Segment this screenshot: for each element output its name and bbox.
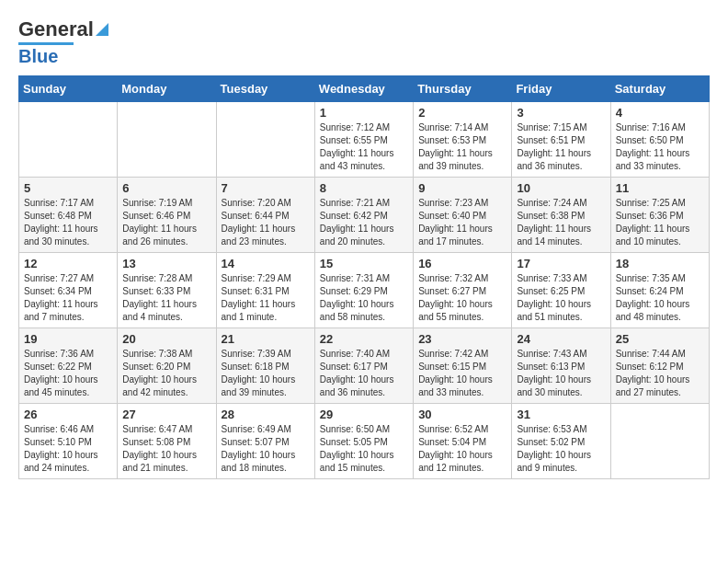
logo: General Blue [18,18,108,66]
day-info: Sunrise: 6:50 AM Sunset: 5:05 PM Dayligh… [320,423,408,475]
calendar-cell: 17Sunrise: 7:33 AM Sunset: 6:25 PM Dayli… [512,253,610,328]
day-number: 3 [517,106,605,120]
day-number: 22 [320,332,408,346]
day-number: 29 [320,408,408,421]
calendar-cell: 7Sunrise: 7:20 AM Sunset: 6:44 PM Daylig… [216,178,314,253]
day-number: 18 [616,257,704,270]
day-info: Sunrise: 7:36 AM Sunset: 6:22 PM Dayligh… [24,348,112,399]
calendar-cell: 27Sunrise: 6:47 AM Sunset: 5:08 PM Dayli… [118,404,216,479]
calendar-week-4: 19Sunrise: 7:36 AM Sunset: 6:22 PM Dayli… [19,328,710,404]
calendar-cell: 13Sunrise: 7:28 AM Sunset: 6:33 PM Dayli… [118,253,216,328]
calendar-cell: 8Sunrise: 7:21 AM Sunset: 6:42 PM Daylig… [314,178,413,253]
day-info: Sunrise: 7:44 AM Sunset: 6:12 PM Dayligh… [616,348,704,399]
calendar-cell: 28Sunrise: 6:49 AM Sunset: 5:07 PM Dayli… [216,404,314,479]
calendar-cell [118,102,216,178]
calendar-header-saturday: Saturday [610,76,709,102]
calendar-cell: 25Sunrise: 7:44 AM Sunset: 6:12 PM Dayli… [610,328,709,404]
day-info: Sunrise: 7:28 AM Sunset: 6:33 PM Dayligh… [122,272,210,324]
calendar-table: SundayMondayTuesdayWednesdayThursdayFrid… [18,75,710,479]
day-info: Sunrise: 7:21 AM Sunset: 6:42 PM Dayligh… [320,197,408,248]
logo-general: General [18,18,108,40]
day-number: 11 [616,181,704,195]
page-header: General Blue [18,18,710,66]
day-number: 9 [418,181,506,195]
calendar-header-tuesday: Tuesday [216,76,314,102]
calendar-cell: 4Sunrise: 7:16 AM Sunset: 6:50 PM Daylig… [610,102,709,178]
day-number: 10 [517,181,605,195]
day-number: 14 [222,257,310,270]
calendar-header-thursday: Thursday [414,76,512,102]
day-info: Sunrise: 7:19 AM Sunset: 6:46 PM Dayligh… [122,197,210,248]
calendar-cell: 21Sunrise: 7:39 AM Sunset: 6:18 PM Dayli… [216,328,314,404]
day-number: 25 [616,332,704,346]
day-info: Sunrise: 7:38 AM Sunset: 6:20 PM Dayligh… [122,348,210,399]
calendar-week-1: 1Sunrise: 7:12 AM Sunset: 6:55 PM Daylig… [19,102,710,178]
day-info: Sunrise: 7:27 AM Sunset: 6:34 PM Dayligh… [24,272,112,324]
calendar-cell: 2Sunrise: 7:14 AM Sunset: 6:53 PM Daylig… [414,102,512,178]
day-number: 31 [517,408,605,421]
calendar-header-sunday: Sunday [19,76,118,102]
calendar-cell: 20Sunrise: 7:38 AM Sunset: 6:20 PM Dayli… [118,328,216,404]
calendar-cell: 19Sunrise: 7:36 AM Sunset: 6:22 PM Dayli… [19,328,118,404]
calendar-cell: 24Sunrise: 7:43 AM Sunset: 6:13 PM Dayli… [512,328,610,404]
calendar-cell: 5Sunrise: 7:17 AM Sunset: 6:48 PM Daylig… [19,178,118,253]
day-number: 30 [418,408,506,421]
calendar-cell: 31Sunrise: 6:53 AM Sunset: 5:02 PM Dayli… [512,404,610,479]
calendar-header-friday: Friday [512,76,610,102]
calendar-cell: 9Sunrise: 7:23 AM Sunset: 6:40 PM Daylig… [414,178,512,253]
calendar-header-monday: Monday [118,76,216,102]
calendar-week-2: 5Sunrise: 7:17 AM Sunset: 6:48 PM Daylig… [19,178,710,253]
day-number: 17 [517,257,605,270]
day-info: Sunrise: 7:29 AM Sunset: 6:31 PM Dayligh… [222,272,310,324]
day-number: 1 [320,106,408,120]
day-info: Sunrise: 7:16 AM Sunset: 6:50 PM Dayligh… [616,121,704,173]
day-info: Sunrise: 6:47 AM Sunset: 5:08 PM Dayligh… [122,423,210,475]
calendar-cell: 6Sunrise: 7:19 AM Sunset: 6:46 PM Daylig… [118,178,216,253]
day-info: Sunrise: 7:35 AM Sunset: 6:24 PM Dayligh… [616,272,704,324]
day-number: 27 [122,408,210,421]
calendar-cell [19,102,118,178]
day-info: Sunrise: 7:25 AM Sunset: 6:36 PM Dayligh… [616,197,704,248]
day-info: Sunrise: 7:14 AM Sunset: 6:53 PM Dayligh… [418,121,506,173]
day-info: Sunrise: 7:20 AM Sunset: 6:44 PM Dayligh… [222,197,310,248]
calendar-cell: 29Sunrise: 6:50 AM Sunset: 5:05 PM Dayli… [314,404,413,479]
calendar-cell: 23Sunrise: 7:42 AM Sunset: 6:15 PM Dayli… [414,328,512,404]
day-info: Sunrise: 7:31 AM Sunset: 6:29 PM Dayligh… [320,272,408,324]
calendar-cell: 12Sunrise: 7:27 AM Sunset: 6:34 PM Dayli… [19,253,118,328]
calendar-cell [216,102,314,178]
calendar-cell: 10Sunrise: 7:24 AM Sunset: 6:38 PM Dayli… [512,178,610,253]
day-number: 4 [616,106,704,120]
calendar-cell: 16Sunrise: 7:32 AM Sunset: 6:27 PM Dayli… [414,253,512,328]
day-number: 24 [517,332,605,346]
day-number: 5 [24,181,112,195]
day-info: Sunrise: 7:24 AM Sunset: 6:38 PM Dayligh… [517,197,605,248]
logo-blue: Blue [18,46,58,66]
day-number: 21 [222,332,310,346]
calendar-cell: 15Sunrise: 7:31 AM Sunset: 6:29 PM Dayli… [314,253,413,328]
calendar-cell: 26Sunrise: 6:46 AM Sunset: 5:10 PM Dayli… [19,404,118,479]
day-info: Sunrise: 7:42 AM Sunset: 6:15 PM Dayligh… [418,348,506,399]
calendar-week-5: 26Sunrise: 6:46 AM Sunset: 5:10 PM Dayli… [19,404,710,479]
day-info: Sunrise: 6:53 AM Sunset: 5:02 PM Dayligh… [517,423,605,475]
day-number: 6 [122,181,210,195]
calendar-week-3: 12Sunrise: 7:27 AM Sunset: 6:34 PM Dayli… [19,253,710,328]
day-info: Sunrise: 7:40 AM Sunset: 6:17 PM Dayligh… [320,348,408,399]
day-info: Sunrise: 6:52 AM Sunset: 5:04 PM Dayligh… [418,423,506,475]
calendar-cell: 11Sunrise: 7:25 AM Sunset: 6:36 PM Dayli… [610,178,709,253]
calendar-cell [610,404,709,479]
calendar-cell: 30Sunrise: 6:52 AM Sunset: 5:04 PM Dayli… [414,404,512,479]
day-info: Sunrise: 7:39 AM Sunset: 6:18 PM Dayligh… [222,348,310,399]
day-info: Sunrise: 7:32 AM Sunset: 6:27 PM Dayligh… [418,272,506,324]
day-number: 15 [320,257,408,270]
day-number: 20 [122,332,210,346]
day-info: Sunrise: 7:17 AM Sunset: 6:48 PM Dayligh… [24,197,112,248]
day-number: 28 [222,408,310,421]
calendar-header-wednesday: Wednesday [314,76,413,102]
day-info: Sunrise: 6:49 AM Sunset: 5:07 PM Dayligh… [222,423,310,475]
day-info: Sunrise: 7:33 AM Sunset: 6:25 PM Dayligh… [517,272,605,324]
calendar-cell: 14Sunrise: 7:29 AM Sunset: 6:31 PM Dayli… [216,253,314,328]
day-info: Sunrise: 7:23 AM Sunset: 6:40 PM Dayligh… [418,197,506,248]
day-info: Sunrise: 7:43 AM Sunset: 6:13 PM Dayligh… [517,348,605,399]
day-number: 13 [122,257,210,270]
day-number: 7 [222,181,310,195]
